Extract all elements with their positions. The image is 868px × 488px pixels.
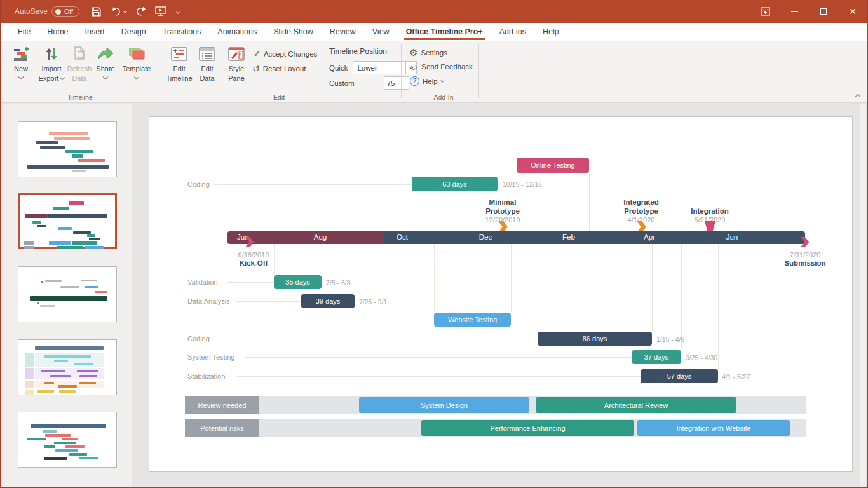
tab-animations[interactable]: Animations [209, 23, 265, 41]
slide-thumbnail-3[interactable] [18, 266, 117, 322]
custom-position-input[interactable] [384, 76, 409, 90]
edit-data-label-1: Edit [201, 65, 214, 73]
task-bar-system-testing[interactable]: 37 days [632, 350, 681, 364]
badge-website-testing[interactable]: Website Testing [434, 313, 511, 327]
new-button-label: New [14, 65, 28, 73]
start-presentation-icon[interactable] [155, 6, 166, 17]
new-dropdown-icon [18, 74, 24, 79]
autosave-control[interactable]: AutoSave Off [15, 6, 79, 17]
leader-line [236, 301, 301, 302]
accept-changes-button[interactable]: ✓ Accept Changes [254, 49, 317, 58]
tab-insert[interactable]: Insert [77, 23, 113, 41]
connector-line [322, 244, 322, 281]
edit-timeline-button[interactable]: Edit Timeline [163, 44, 196, 82]
lane-bar-integration-with-website[interactable]: Integration with Website [637, 420, 790, 436]
quick-position-select[interactable]: Lower [353, 61, 406, 74]
redo-icon[interactable] [135, 6, 146, 17]
slide-thumbnail-4[interactable] [18, 339, 117, 395]
ribbon-display-options-icon[interactable] [750, 0, 780, 23]
slide-thumbnail-panel[interactable] [1, 104, 132, 487]
help-button[interactable]: ? Help [410, 76, 444, 86]
timeline-band[interactable]: Jun Aug Oct Dec Feb Apr Jun [227, 231, 805, 244]
autosave-toggle-dot [55, 9, 61, 15]
connector-line [511, 244, 512, 312]
lane-bar-system-design[interactable]: System Design [359, 397, 529, 413]
smiley-icon: ☺ [409, 62, 418, 72]
custom-label: Custom [329, 79, 355, 87]
maximize-icon[interactable] [809, 0, 838, 23]
save-icon[interactable] [91, 6, 102, 17]
edit-data-button[interactable]: Edit Data [193, 44, 221, 82]
autosave-state: Off [64, 8, 73, 15]
edit-timeline-label-1: Edit [173, 65, 186, 73]
lane-bar-architectural-review[interactable]: Architectural Review [536, 397, 736, 413]
share-button[interactable]: Share [91, 44, 120, 79]
timeline-position-title: Timeline Position [329, 47, 387, 56]
connector-line [538, 244, 538, 331]
milestone-marker-pink-chevron[interactable] [800, 237, 810, 250]
leader-line [237, 376, 641, 377]
new-button[interactable]: New [4, 44, 37, 79]
task-bar-validation[interactable]: 35 days [274, 275, 322, 289]
tab-home[interactable]: Home [39, 23, 76, 41]
ribbon-separator [323, 44, 323, 98]
undo-dropdown-icon[interactable] [123, 10, 127, 13]
refresh-data-label-1: Refresh [67, 65, 92, 73]
task-label-coding: Coding [187, 180, 210, 188]
import-export-label-2: Export [39, 74, 59, 83]
band-month: Feb [562, 233, 575, 241]
close-icon[interactable]: ✕ [838, 0, 867, 23]
collapse-ribbon-icon[interactable] [855, 94, 860, 99]
task-bar-data-analysis[interactable]: 39 days [301, 294, 355, 308]
milestone-title-kickoff: Kick-Off [240, 259, 268, 268]
task-bar-coding[interactable]: 63 days [412, 177, 498, 191]
settings-label: Settings [421, 49, 447, 57]
quick-access-toolbar [91, 6, 180, 17]
undo-icon[interactable] [111, 6, 126, 17]
tab-transitions[interactable]: Transitions [154, 23, 210, 41]
leader-line [214, 339, 538, 339]
slide-thumbnail-1[interactable] [18, 121, 117, 177]
slide-thumbnail-2[interactable] [18, 193, 117, 249]
connector-line [274, 244, 275, 274]
minimize-icon[interactable] [780, 0, 809, 23]
badge-online-testing[interactable]: Online Testing [517, 158, 589, 173]
slide[interactable]: Online Testing Coding 63 days 10/15 - 12… [149, 116, 853, 472]
task-bar-coding-2[interactable]: 86 days [538, 332, 652, 346]
template-button[interactable]: Template [119, 44, 154, 79]
task-dates-coding-2: 1/15 - 4/9 [656, 336, 684, 343]
connector-line [589, 173, 590, 231]
autosave-toggle[interactable]: Off [51, 6, 79, 17]
milestone-title-integration: Integration [691, 207, 728, 216]
task-label-coding-2: Coding [187, 335, 210, 342]
send-feedback-button[interactable]: ☺ Send Feedback [409, 62, 473, 72]
tab-review[interactable]: Review [322, 23, 364, 41]
customize-qat-icon[interactable] [175, 10, 180, 13]
share-button-label: Share [96, 65, 114, 73]
import-export-icon [44, 44, 59, 64]
settings-button[interactable]: ⚙ Settings [409, 47, 447, 58]
reset-layout-button[interactable]: ↺ Reset Layout [252, 64, 306, 74]
template-button-label: Template [123, 65, 151, 73]
milestone-marker-pink-chevron[interactable] [245, 237, 254, 250]
tab-help[interactable]: Help [534, 23, 567, 41]
lane-label-potential-risks: Potential risks [185, 419, 259, 437]
tab-office-timeline-pro[interactable]: Office Timeline Pro+ [398, 23, 491, 41]
slide-canvas: Online Testing Coding 63 days 10/15 - 12… [132, 104, 867, 487]
band-month: Oct [397, 233, 408, 241]
tab-add-ins[interactable]: Add-ins [491, 23, 534, 41]
task-label-validation: Validation [187, 278, 218, 286]
task-label-system-testing: System Testing [187, 353, 234, 361]
ribbon-tab-bar: File Home Insert Design Transitions Anim… [1, 23, 867, 41]
edit-data-label-2: Data [200, 74, 214, 83]
lane-bar-performance-enhancing[interactable]: Performance Enhancing [421, 420, 634, 436]
task-dates-coding: 10/15 - 12/16 [503, 180, 542, 188]
tab-view[interactable]: View [364, 23, 398, 41]
tab-design[interactable]: Design [113, 23, 154, 41]
tab-file[interactable]: File [10, 23, 39, 41]
task-bar-stabilization[interactable]: 57 days [641, 369, 718, 383]
vertical-scrollbar[interactable] [860, 104, 866, 487]
tab-slide-show[interactable]: Slide Show [265, 23, 322, 41]
style-pane-button[interactable]: Style Pane [220, 44, 253, 82]
slide-thumbnail-5[interactable] [18, 412, 117, 468]
